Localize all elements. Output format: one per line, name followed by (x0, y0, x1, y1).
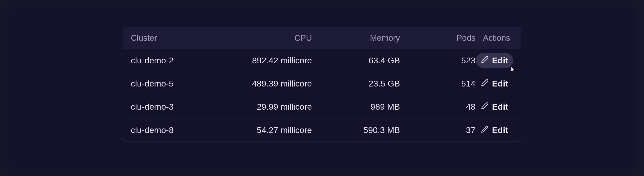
cell-cpu: 54.27 millicore (226, 125, 312, 135)
panel: Cluster CPU Memory Pods Actions clu-demo… (7, 7, 637, 169)
edit-button[interactable]: Edit (476, 123, 513, 138)
cell-memory: 23.5 GB (312, 79, 400, 89)
pencil-icon (481, 125, 489, 135)
cell-pods: 48 (400, 102, 475, 112)
cell-actions: Edit (475, 123, 513, 138)
edit-button[interactable]: Edit (476, 99, 513, 114)
cell-cluster: clu-demo-2 (131, 56, 226, 65)
cell-actions: Edit (475, 99, 513, 114)
cluster-table: Cluster CPU Memory Pods Actions clu-demo… (123, 27, 521, 142)
pencil-icon (481, 79, 489, 89)
pencil-icon (481, 102, 489, 112)
cell-actions: Edit (475, 76, 513, 91)
table-row: clu-demo-5 489.39 millicore 23.5 GB 514 … (123, 72, 521, 95)
table-row: clu-demo-3 29.99 millicore 989 MB 48 Edi… (123, 95, 521, 118)
cell-actions: Edit (475, 53, 513, 68)
cell-memory: 63.4 GB (312, 56, 400, 65)
header-actions: Actions (475, 33, 513, 43)
edit-button[interactable]: Edit (476, 76, 513, 91)
cell-pods: 37 (400, 125, 475, 135)
edit-button-label: Edit (492, 56, 508, 65)
edit-button-label: Edit (492, 79, 508, 89)
cell-pods: 523 (400, 56, 475, 65)
edit-button-label: Edit (492, 102, 508, 112)
cell-cluster: clu-demo-5 (131, 79, 226, 89)
header-pods: Pods (400, 33, 475, 43)
table-row: clu-demo-2 892.42 millicore 63.4 GB 523 … (123, 49, 521, 72)
edit-button[interactable]: Edit (476, 53, 513, 68)
table-row: clu-demo-8 54.27 millicore 590.3 MB 37 E… (123, 118, 521, 142)
cell-memory: 590.3 MB (312, 125, 400, 135)
pencil-icon (481, 56, 489, 65)
cell-cpu: 892.42 millicore (226, 56, 312, 65)
cell-cluster: clu-demo-8 (131, 125, 226, 135)
edit-button-label: Edit (492, 125, 508, 135)
cell-cpu: 29.99 millicore (226, 102, 312, 112)
cell-memory: 989 MB (312, 102, 400, 112)
table-header-row: Cluster CPU Memory Pods Actions (123, 27, 521, 49)
header-cluster: Cluster (131, 33, 226, 43)
header-memory: Memory (312, 33, 400, 43)
cell-cluster: clu-demo-3 (131, 102, 226, 112)
cell-pods: 514 (400, 79, 475, 89)
header-cpu: CPU (226, 33, 312, 43)
cell-cpu: 489.39 millicore (226, 79, 312, 89)
table-body: clu-demo-2 892.42 millicore 63.4 GB 523 … (123, 49, 521, 142)
